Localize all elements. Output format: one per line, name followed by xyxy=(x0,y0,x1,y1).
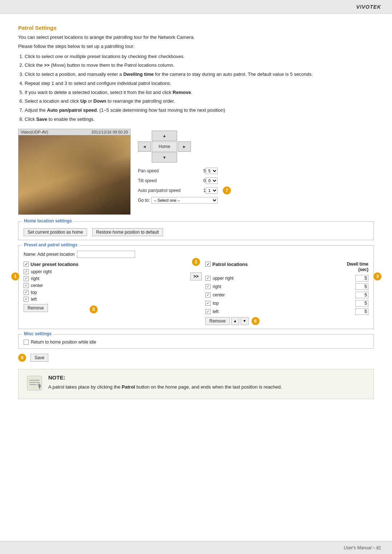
video-panel: Video(UDP-AV) 2011/12/16 09:50:20 xyxy=(18,129,131,215)
dwell-input-3[interactable] xyxy=(355,292,368,298)
preset-remove-button[interactable]: Remove xyxy=(24,304,48,312)
dwell-input-4[interactable] xyxy=(355,300,368,307)
note-title: NOTE: xyxy=(48,374,282,381)
patrol-remove-button[interactable]: Remove xyxy=(205,317,230,325)
preset-name-input[interactable] xyxy=(77,251,135,258)
patrol-col: 3 Patrol locations Dwell time(sec) upper… xyxy=(205,262,368,325)
pan-speed-row: Pan speed 5 5 xyxy=(138,168,218,174)
idle-checkbox[interactable] xyxy=(24,340,29,345)
patrol-cb-2[interactable] xyxy=(205,284,211,289)
bottom-bar: User's Manual – 81 xyxy=(0,541,392,554)
goto-row: Go to: -- Select one -- xyxy=(138,197,218,204)
goto-label: Go to: xyxy=(138,198,150,203)
goto-select[interactable]: -- Select one -- xyxy=(151,197,218,204)
ptz-home-button[interactable]: Home xyxy=(152,141,177,152)
patrol-label-4: top xyxy=(213,301,353,306)
tilt-speed-select[interactable]: 0 xyxy=(206,177,218,184)
ptz-down-button[interactable]: ▼ xyxy=(152,152,177,163)
preset-item-4: top xyxy=(24,290,187,295)
preset-patrol-label: Preset and patrol settings xyxy=(22,242,79,247)
dwell-input-2[interactable] xyxy=(355,283,368,290)
intro-line1: You can select preset locations to arang… xyxy=(18,34,374,41)
auto-patrol-label: Auto pan/patrol speed xyxy=(138,188,195,193)
step-5-position: 5 xyxy=(90,305,98,313)
misc-label: Misc settings xyxy=(22,331,53,336)
ptz-empty-tl xyxy=(138,131,151,141)
video-overlay xyxy=(19,135,130,214)
step-5-badge: 5 xyxy=(90,305,98,313)
step-5: If you want to delete a selected locatio… xyxy=(25,89,374,97)
preset-cb-4[interactable] xyxy=(24,290,29,295)
ptz-up-button[interactable]: ▲ xyxy=(152,131,177,141)
patrol-cb-3[interactable] xyxy=(205,292,211,297)
preset-label-3: center xyxy=(31,283,43,288)
preset-cb-3[interactable] xyxy=(24,283,29,288)
patrol-item-1: upper right xyxy=(205,275,368,282)
preset-patrol-section: Preset and patrol settings Name: Add pre… xyxy=(18,245,374,329)
page-title: Patrol Settings xyxy=(18,25,374,31)
step-6-badge: 6 xyxy=(252,317,260,325)
set-home-button[interactable]: Set current position as home xyxy=(24,228,87,236)
ptz-empty-tr xyxy=(178,131,191,141)
tilt-speed-label: Tilt speed xyxy=(138,178,195,183)
patrol-header-label: Patrol locations xyxy=(212,262,248,267)
patrol-all-checkbox[interactable] xyxy=(205,262,211,267)
preset-cb-2[interactable] xyxy=(24,276,29,281)
note-icon xyxy=(26,374,43,394)
preset-label-4: top xyxy=(31,290,37,295)
note-text: A patrol takes place by clicking the Pat… xyxy=(48,383,282,391)
save-button[interactable]: Save xyxy=(30,354,48,362)
preset-table-wrapper: 1 User preset locations upper right righ… xyxy=(24,262,368,325)
move-to-patrol-button[interactable]: >> xyxy=(190,272,202,280)
patrol-cb-1[interactable] xyxy=(205,276,211,281)
dwell-input-5[interactable] xyxy=(355,308,368,315)
pan-speed-value: 5 xyxy=(195,168,206,173)
video-source-label: Video(UDP-AV) xyxy=(21,130,48,134)
preset-cb-1[interactable] xyxy=(24,269,29,274)
user-preset-header-label: User preset locations xyxy=(30,262,78,267)
tilt-speed-value: 0 xyxy=(195,178,206,183)
preset-cb-5[interactable] xyxy=(24,297,29,302)
patrol-cb-4[interactable] xyxy=(205,301,211,306)
user-preset-all-checkbox[interactable] xyxy=(24,262,29,267)
pan-speed-select[interactable]: 5 xyxy=(206,168,218,174)
misc-row: Return to home position while idle xyxy=(24,340,368,345)
steps-list: Click to select one or multiple preset l… xyxy=(25,53,374,124)
patrol-cb-5[interactable] xyxy=(205,309,211,314)
top-bar: VIVOTEK xyxy=(0,0,392,14)
step-3: Click to select a position, and manually… xyxy=(25,70,374,79)
main-content: Patrol Settings You can select preset lo… xyxy=(0,14,392,410)
dwell-input-1[interactable] xyxy=(355,275,368,282)
video-timestamp: 2011/12/16 09:50:20 xyxy=(91,130,128,134)
preset-item-2: right xyxy=(24,276,187,281)
patrol-down-button[interactable]: ▼ xyxy=(241,317,249,325)
auto-patrol-value: 1 xyxy=(195,188,206,193)
auto-patrol-row: Auto pan/patrol speed 1 1 7 xyxy=(138,187,218,194)
patrol-header-row: Patrol locations Dwell time(sec) xyxy=(205,262,368,273)
ptz-left-button[interactable]: ◄ xyxy=(138,141,151,152)
auto-patrol-select[interactable]: 1 xyxy=(206,187,218,194)
patrol-remove-row: Remove ▲ ▼ 6 xyxy=(205,317,368,325)
preset-item-1: upper right xyxy=(24,269,187,274)
restore-home-button[interactable]: Restore home position to default xyxy=(92,228,163,236)
home-location-label: Home location settings xyxy=(22,218,74,223)
preset-remove-row: Remove xyxy=(24,304,187,312)
dwell-header: Dwell time(sec) xyxy=(347,262,368,273)
ptz-right-button[interactable]: ► xyxy=(178,141,191,152)
ptz-empty-br xyxy=(178,152,191,163)
user-preset-header: User preset locations xyxy=(24,262,187,267)
step-7-badge: 7 xyxy=(223,186,231,194)
preset-name-label: Name: Add preset location xyxy=(24,252,75,257)
patrol-up-button[interactable]: ▲ xyxy=(231,317,239,325)
ptz-controls: ▲ ◄ Home ► ▼ xyxy=(138,131,218,163)
preset-item-5: left xyxy=(24,297,187,302)
step-3-badge: 3 xyxy=(373,272,381,280)
preset-label-2: right xyxy=(31,276,39,281)
pencil-icon xyxy=(26,374,43,392)
step-7: Adjust the Auto pan/patrol speed. (1~5 s… xyxy=(25,106,374,115)
patrol-label-5: left xyxy=(213,309,353,314)
save-row: 8 Save xyxy=(18,354,374,362)
step-6: Select a location and click Up or Down t… xyxy=(25,97,374,106)
intro-line2: Please follow the steps below to set up … xyxy=(18,43,374,50)
home-location-buttons: Set current position as home Restore hom… xyxy=(24,228,368,236)
